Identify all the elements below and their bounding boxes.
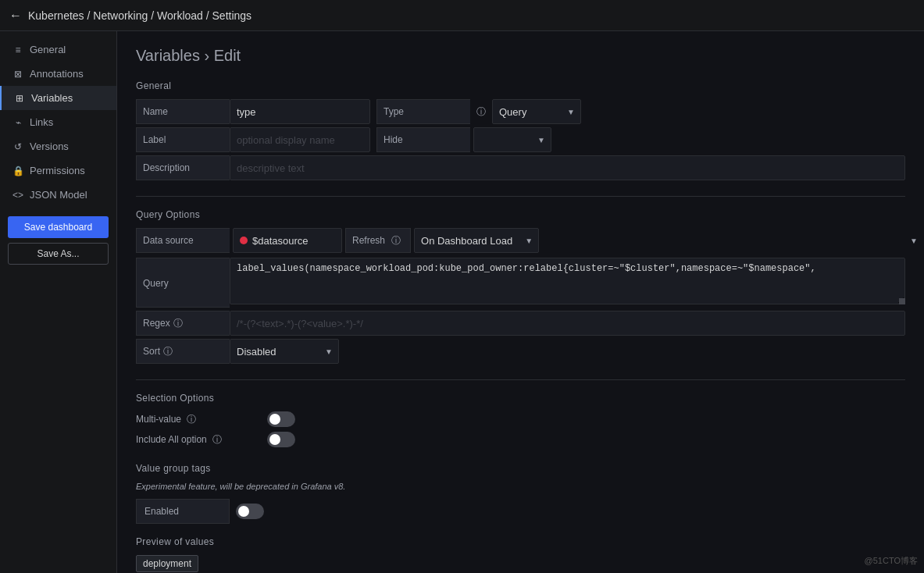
sidebar-item-variables[interactable]: ⊞ Variables [0, 86, 116, 110]
preview-section: Preview of values deployment [136, 536, 905, 572]
variables-icon: ⊞ [14, 93, 25, 104]
json-icon: <> [12, 190, 23, 201]
datasource-badge[interactable]: $datasource ▼ [233, 228, 342, 253]
multi-value-info-icon: ⓘ [187, 414, 196, 425]
preview-tag: deployment [136, 555, 198, 572]
datasource-label: Data source [136, 228, 230, 253]
hide-select[interactable]: Label Variable [473, 127, 551, 152]
include-all-info-icon: ⓘ [212, 434, 222, 445]
preview-title: Preview of values [136, 536, 905, 547]
type-info-icon: ⓘ [476, 105, 486, 119]
refresh-label: Refresh ⓘ [345, 228, 411, 253]
watermark: @51CTO博客 [865, 555, 918, 567]
permissions-icon: 🔒 [12, 165, 23, 176]
main-content: Variables › Edit General Name Type ⓘ Que… [117, 31, 924, 573]
save-as-button[interactable]: Save As... [8, 243, 109, 265]
vgt-title: Value group tags [136, 463, 905, 474]
include-all-toggle[interactable] [267, 432, 295, 447]
sidebar-item-general[interactable]: ≡ General [0, 37, 116, 62]
regex-label: Regex ⓘ [136, 311, 230, 336]
sort-info-icon: ⓘ [163, 345, 173, 358]
breadcrumb: Kubernetes / Networking / Workload / Set… [28, 9, 252, 22]
name-label: Name [136, 99, 230, 124]
name-controls: Type ⓘ Query Custom Constant DataSource … [230, 99, 905, 124]
sort-row: Sort ⓘ Disabled Alphabetical (asc) Alpha… [136, 339, 905, 364]
name-input[interactable] [230, 99, 370, 124]
sidebar-item-permissions[interactable]: 🔒 Permissions [0, 158, 116, 183]
selection-options-title: Selection Options [136, 393, 905, 404]
vgt-row: Enabled [136, 499, 905, 524]
type-select-wrap: Query Custom Constant DataSource Interva… [492, 99, 581, 124]
sidebar-item-label: Links [30, 116, 53, 128]
datasource-refresh-row: Data source $datasource ▼ Refresh ⓘ On D… [136, 228, 905, 253]
general-section: General Name Type ⓘ Query Custom Constan… [136, 80, 905, 180]
sort-select-wrap: Disabled Alphabetical (asc) Alphabetical… [230, 339, 339, 364]
label-label: Label [136, 127, 230, 152]
sidebar-actions: Save dashboard Save As... [0, 207, 116, 274]
sidebar-item-label: Variables [31, 92, 73, 104]
sidebar-item-label: Permissions [30, 165, 85, 176]
type-select[interactable]: Query Custom Constant DataSource Interva… [492, 99, 581, 124]
sort-label: Sort ⓘ [136, 339, 230, 364]
description-row: Description [136, 155, 905, 180]
back-icon[interactable]: ← [9, 9, 22, 23]
name-type-row: Name Type ⓘ Query Custom Constant DataSo… [136, 99, 905, 124]
general-icon: ≡ [12, 44, 23, 55]
versions-icon: ↺ [12, 141, 23, 152]
regex-info-icon: ⓘ [173, 317, 183, 330]
hide-select-wrap: Label Variable ▼ [473, 127, 551, 152]
multi-value-row: Multi-value ⓘ [136, 411, 905, 427]
label-hide-row: Label Hide Label Variable ▼ [136, 127, 905, 152]
sidebar-item-annotations[interactable]: ⊠ Annotations [0, 62, 116, 86]
refresh-select-wrap: On Dashboard Load On Time Range Change N… [414, 228, 539, 253]
query-options-title: Query Options [136, 209, 905, 220]
datasource-dot [240, 237, 248, 244]
selection-options-section: Selection Options Multi-value ⓘ Include … [136, 393, 905, 447]
vgt-note: Experimental feature, will be deprecated… [136, 482, 905, 491]
label-controls: Hide Label Variable ▼ [230, 127, 905, 152]
query-row: Query label_values(namespace_workload_po… [136, 258, 905, 308]
sidebar-item-label: General [30, 44, 66, 55]
regex-input[interactable] [230, 311, 905, 336]
refresh-select[interactable]: On Dashboard Load On Time Range Change N… [414, 228, 539, 253]
refresh-info-icon: ⓘ [391, 234, 401, 247]
value-group-tags-section: Value group tags Experimental feature, w… [136, 463, 905, 524]
vgt-enabled-label: Enabled [136, 499, 230, 524]
page-title: Variables › Edit [136, 47, 905, 65]
annotations-icon: ⊠ [12, 69, 23, 80]
query-options-section: Query Options Data source $datasource ▼ … [136, 209, 905, 364]
multi-value-toggle[interactable] [267, 411, 295, 427]
sidebar-item-label: Versions [30, 141, 69, 152]
query-label: Query [136, 258, 230, 308]
sort-select[interactable]: Disabled Alphabetical (asc) Alphabetical… [230, 339, 339, 364]
description-input[interactable] [230, 155, 905, 180]
regex-row: Regex ⓘ [136, 311, 905, 336]
label-input[interactable] [230, 127, 370, 152]
sidebar-item-label: JSON Model [30, 189, 87, 201]
multi-value-label: Multi-value ⓘ [136, 413, 261, 426]
sidebar-item-versions[interactable]: ↺ Versions [0, 134, 116, 158]
save-dashboard-button[interactable]: Save dashboard [8, 216, 109, 238]
datasource-value: $datasource [252, 235, 309, 247]
sidebar: ≡ General ⊠ Annotations ⊞ Variables ⌁ Li… [0, 31, 117, 573]
hide-label: Hide [376, 127, 470, 152]
sidebar-item-label: Annotations [30, 68, 84, 80]
sidebar-item-links[interactable]: ⌁ Links [0, 110, 116, 134]
vgt-enabled-toggle[interactable] [236, 504, 264, 519]
include-all-label: Include All option ⓘ [136, 433, 261, 447]
datasource-arrow: ▼ [910, 237, 918, 245]
query-textarea[interactable]: label_values(namespace_workload_pod:kube… [230, 258, 905, 304]
type-label: Type [376, 99, 470, 124]
query-cell: label_values(namespace_workload_pod:kube… [230, 258, 905, 304]
top-nav: ← Kubernetes / Networking / Workload / S… [0, 0, 924, 31]
query-resize-handle[interactable] [899, 298, 905, 304]
include-all-row: Include All option ⓘ [136, 432, 905, 447]
description-label: Description [136, 155, 230, 180]
general-section-title: General [136, 80, 905, 91]
links-icon: ⌁ [12, 117, 23, 128]
sidebar-item-json-model[interactable]: <> JSON Model [0, 183, 116, 207]
